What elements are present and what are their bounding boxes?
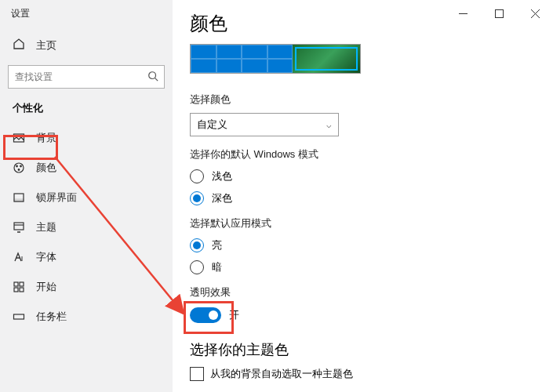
svg-rect-11 bbox=[14, 288, 18, 292]
minimize-button[interactable] bbox=[445, 0, 481, 27]
sidebar: 主页 个性化 背景 颜色 锁屏界面 主题 字体 bbox=[0, 0, 173, 392]
sidebar-item-fonts[interactable]: 字体 bbox=[0, 242, 173, 272]
sidebar-item-lockscreen[interactable]: 锁屏界面 bbox=[0, 183, 173, 212]
radio-label: 浅色 bbox=[212, 169, 232, 183]
sidebar-item-themes[interactable]: 主题 bbox=[0, 212, 173, 242]
font-icon bbox=[13, 251, 25, 263]
search-wrap bbox=[8, 65, 165, 89]
palette-icon bbox=[13, 162, 25, 174]
toggle-state-label: 开 bbox=[229, 308, 239, 322]
chevron-down-icon: ⌵ bbox=[326, 120, 332, 130]
app-mode-dark-radio[interactable]: 暗 bbox=[190, 260, 553, 274]
choose-color-label: 选择颜色 bbox=[190, 93, 553, 107]
windows-mode-dark-radio[interactable]: 深色 bbox=[190, 191, 553, 205]
svg-point-0 bbox=[149, 72, 156, 79]
checkbox-icon bbox=[190, 367, 204, 381]
color-preview bbox=[190, 44, 361, 74]
accent-auto-checkbox[interactable]: 从我的背景自动选取一种主题色 bbox=[190, 367, 553, 381]
sidebar-section-label: 个性化 bbox=[0, 96, 173, 123]
home-icon bbox=[13, 38, 25, 53]
svg-rect-14 bbox=[495, 9, 503, 17]
app-mode-label: 选择默认应用模式 bbox=[190, 216, 553, 230]
radio-label: 深色 bbox=[212, 191, 232, 205]
radio-icon bbox=[190, 169, 204, 183]
sidebar-home-label: 主页 bbox=[36, 38, 56, 53]
start-icon bbox=[13, 281, 25, 293]
theme-icon bbox=[13, 221, 25, 234]
svg-rect-12 bbox=[20, 288, 24, 292]
windows-mode-light-radio[interactable]: 浅色 bbox=[190, 169, 553, 183]
sidebar-item-colors[interactable]: 颜色 bbox=[0, 153, 173, 183]
taskbar-icon bbox=[13, 310, 25, 323]
sidebar-item-label: 颜色 bbox=[36, 161, 56, 175]
dropdown-value: 自定义 bbox=[197, 118, 227, 132]
choose-color-dropdown[interactable]: 自定义 ⌵ bbox=[190, 113, 339, 136]
sidebar-home[interactable]: 主页 bbox=[0, 31, 173, 59]
maximize-button[interactable] bbox=[481, 0, 517, 27]
app-mode-light-radio[interactable]: 亮 bbox=[190, 238, 553, 252]
window-title: 设置 bbox=[0, 7, 30, 20]
search-input[interactable] bbox=[8, 65, 165, 89]
preview-wallpaper bbox=[293, 45, 360, 73]
svg-rect-8 bbox=[14, 223, 24, 230]
svg-point-2 bbox=[14, 163, 24, 172]
svg-rect-7 bbox=[14, 199, 24, 201]
svg-point-3 bbox=[16, 165, 18, 167]
radio-icon bbox=[190, 238, 204, 252]
sidebar-item-taskbar[interactable]: 任务栏 bbox=[0, 302, 173, 332]
transparency-toggle[interactable] bbox=[190, 307, 221, 323]
search-icon bbox=[147, 71, 158, 85]
titlebar: 设置 bbox=[0, 0, 553, 27]
svg-rect-9 bbox=[14, 282, 18, 286]
accent-heading: 选择你的主题色 bbox=[190, 340, 553, 359]
sidebar-item-label: 任务栏 bbox=[36, 310, 67, 324]
sidebar-item-label: 锁屏界面 bbox=[36, 191, 77, 205]
main-content: 颜色 选择颜色 自定义 ⌵ 选择你的默认 Windows 模式 浅色 深色 选择… bbox=[173, 0, 553, 392]
radio-icon bbox=[190, 260, 204, 274]
svg-point-5 bbox=[18, 169, 20, 171]
radio-icon bbox=[190, 191, 204, 205]
sidebar-item-label: 主题 bbox=[36, 220, 56, 234]
svg-point-4 bbox=[20, 165, 22, 167]
transparency-label: 透明效果 bbox=[190, 285, 553, 299]
sidebar-item-label: 字体 bbox=[36, 250, 56, 264]
preview-tiles bbox=[191, 45, 293, 73]
sidebar-item-label: 开始 bbox=[36, 280, 56, 294]
radio-label: 暗 bbox=[212, 260, 222, 274]
svg-rect-10 bbox=[20, 282, 24, 286]
sidebar-item-start[interactable]: 开始 bbox=[0, 272, 173, 302]
sidebar-item-background[interactable]: 背景 bbox=[0, 123, 173, 153]
radio-label: 亮 bbox=[212, 238, 222, 252]
checkbox-label: 从我的背景自动选取一种主题色 bbox=[210, 367, 353, 381]
sidebar-item-label: 背景 bbox=[36, 131, 56, 145]
picture-icon bbox=[13, 132, 25, 144]
windows-mode-label: 选择你的默认 Windows 模式 bbox=[190, 147, 553, 162]
svg-rect-13 bbox=[14, 314, 24, 319]
lockscreen-icon bbox=[13, 191, 25, 204]
close-button[interactable] bbox=[517, 0, 553, 27]
